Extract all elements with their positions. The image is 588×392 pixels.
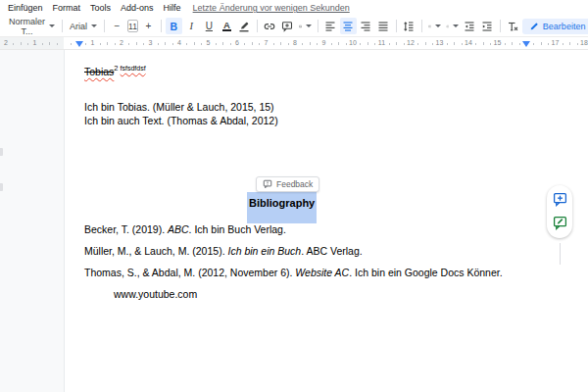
ruler-tick (310, 42, 311, 45)
ruler-number: 2 (120, 39, 123, 46)
ruler-tick (483, 42, 484, 45)
align-right-button[interactable] (358, 18, 374, 34)
underline-button[interactable]: U (201, 18, 218, 34)
line-spacing-button[interactable] (401, 18, 417, 34)
decrease-font-size-button[interactable]: − (109, 18, 125, 34)
highlight-color-button[interactable] (236, 18, 253, 34)
decrease-indent-button[interactable] (462, 18, 478, 34)
ruler-number: 15 (494, 39, 502, 46)
menu-item-addons[interactable]: Add-ons (121, 3, 154, 13)
numbered-list-button[interactable] (426, 18, 443, 34)
ruler-number: 7 (265, 39, 269, 46)
ruler-tick (569, 42, 570, 45)
reference-text: . Ich bin Buch Verlag. (189, 223, 286, 235)
justify-button[interactable] (375, 18, 392, 34)
increase-indent-button[interactable] (479, 18, 496, 34)
ruler-tick (85, 43, 86, 45)
ruler-tick (563, 43, 564, 45)
font-value: Arial (70, 22, 87, 31)
menu-bar: EinfügenFormatToolsAdd-onsHilfe Letzte Ä… (0, 0, 588, 16)
suggest-edits-button[interactable] (553, 216, 567, 230)
ruler-tick (259, 43, 260, 45)
feedback-tooltip[interactable]: Feedback (256, 176, 319, 192)
insert-image-button[interactable] (297, 18, 314, 34)
ruler-tick (331, 43, 332, 45)
comment-plus-icon (553, 192, 567, 207)
ruler-tick (136, 42, 137, 45)
ruler[interactable]: 211234567891011121314151718 (0, 37, 588, 50)
insert-link-button[interactable] (262, 18, 278, 34)
bold-button[interactable]: B (166, 18, 182, 34)
ruler-margin-zone (0, 37, 64, 49)
ruler-tick (115, 43, 116, 45)
chevron-down-icon (453, 24, 459, 27)
ruler-tick (338, 42, 339, 45)
menu-item-format[interactable]: Format (53, 3, 81, 13)
menu-item-einfuegen[interactable]: Einfügen (8, 3, 43, 13)
align-left-button[interactable] (322, 18, 339, 34)
ruler-tick (519, 43, 520, 45)
doc-title-line[interactable]: Tobias2fsfsdfdsf (84, 64, 146, 77)
ruler-number: 2 (4, 39, 8, 46)
ruler-tick (143, 43, 144, 45)
increase-indent-icon (481, 21, 493, 32)
align-center-icon (342, 21, 354, 32)
ruler-number: 1 (33, 39, 37, 46)
italic-button[interactable]: I (183, 18, 200, 34)
bulleted-list-button[interactable] (444, 18, 461, 34)
reference-entry[interactable]: Becker, T. (2019). ABC. Ich bin Buch Ver… (84, 222, 503, 236)
document-page[interactable]: Tobias2fsfsdfdsf Ich bin Tobias. (Müller… (64, 50, 588, 392)
last-edit-link[interactable]: Letzte Änderung vor wenigen Sekunden (193, 3, 350, 13)
ruler-tick (389, 43, 390, 45)
ruler-number: 12 (407, 39, 415, 46)
align-center-button[interactable] (340, 18, 357, 34)
reference-entry[interactable]: Müller, M., & Lauch, M. (2015). Ich bin … (84, 244, 503, 258)
reference-text: Becker, T. (2019). (84, 223, 168, 235)
font-size-input[interactable]: 11 (127, 20, 138, 32)
ruler-number: 8 (293, 39, 297, 46)
superscript-note: fsfsdfdsf (121, 65, 146, 72)
reference-text: Müller, M., & Lauch, M. (2015). (84, 245, 227, 257)
ruler-number: 13 (436, 39, 444, 46)
right-indent-marker[interactable] (522, 41, 530, 47)
ruler-tick (548, 43, 549, 45)
ruler-tick (49, 42, 50, 45)
increase-font-size-button[interactable]: + (140, 18, 157, 34)
clear-formatting-button[interactable] (505, 18, 521, 34)
references[interactable]: Becker, T. (2019). ABC. Ich bin Buch Ver… (84, 222, 503, 309)
edit-mode-button[interactable]: Bearbeiten (522, 19, 588, 34)
image-icon (299, 21, 302, 32)
suggest-pencil-icon (553, 216, 567, 230)
ruler-tick (128, 43, 129, 45)
left-indent-marker[interactable] (75, 41, 83, 47)
superscript-text: 2 (114, 64, 118, 73)
chevron-down-icon (91, 24, 97, 27)
reference-continuation[interactable]: www.youtube.com (114, 287, 503, 301)
menu-item-tools[interactable]: Tools (90, 3, 111, 13)
paragraph-style-selector[interactable]: Normaler T... (6, 18, 58, 34)
reference-entry[interactable]: Thomas, S., & Abdal, M. (2012, November … (84, 266, 503, 279)
ruler-tick (577, 43, 578, 45)
line-spacing-icon (403, 21, 415, 32)
add-comment-button[interactable] (279, 18, 296, 34)
doc-paragraph[interactable]: Ich bin Tobias. (Müller & Lauch, 2015, 1… (84, 100, 278, 114)
font-selector[interactable]: Arial (67, 18, 100, 34)
ruler-tick (42, 43, 43, 45)
doc-paragraph[interactable]: Ich bin auch Text. (Thomas & Abdal, 2012… (84, 114, 278, 127)
ruler-tick (533, 43, 534, 45)
ruler-number: 11 (378, 39, 385, 46)
ruler-tick (172, 43, 173, 45)
strikethrough-text: Tobias (84, 66, 114, 77)
menu-bar-items: EinfügenFormatToolsAdd-onsHilfe (8, 3, 181, 13)
toolbar-divider (257, 20, 258, 32)
doc-paragraphs[interactable]: Ich bin Tobias. (Müller & Lauch, 2015, 1… (84, 100, 278, 127)
bibliography-heading-block[interactable]: Bibliography (247, 192, 317, 223)
ruler-tick (194, 42, 195, 45)
menu-item-hilfe[interactable]: Hilfe (164, 3, 181, 13)
ruler-tick (505, 43, 506, 45)
ruler-number: 10 (349, 39, 357, 46)
left-edge-artifact (0, 148, 3, 156)
text-color-button[interactable]: A (219, 18, 235, 34)
ruler-tick (346, 43, 347, 45)
add-comment-float-button[interactable] (553, 192, 567, 207)
